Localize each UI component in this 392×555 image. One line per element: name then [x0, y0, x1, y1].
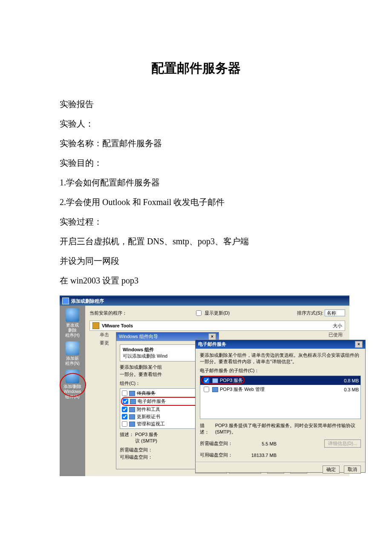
fax-checkbox[interactable]	[122, 390, 127, 396]
program-list-item[interactable]: VMware Tools 大小	[89, 321, 345, 331]
service-icon	[130, 399, 136, 404]
para-goal1: 1.学会如何配置邮件服务器	[60, 173, 332, 192]
para-person: 实验人：	[60, 114, 332, 133]
pop3-service-row[interactable]: POP3 服务 0.8 MB	[200, 376, 360, 385]
comp-fax: 传真服务	[137, 390, 156, 396]
email-checkbox[interactable]	[123, 399, 128, 404]
avail-space-value: 18133.7 MB	[238, 453, 277, 458]
comp-email: 电子邮件服务	[138, 398, 166, 405]
para-goal: 实验目的：	[60, 153, 332, 173]
pop3-web-row[interactable]: POP3 服务 Web 管理 0.3 MB	[200, 385, 360, 394]
sb-label: 程序(N)	[61, 361, 84, 366]
mgmt-checkbox[interactable]	[122, 421, 127, 427]
sb-label: 添加新	[61, 356, 84, 361]
pop3-label: POP3 服务	[220, 377, 243, 384]
sb-label: 更改或	[61, 323, 84, 328]
dialog-email-services: 电子邮件服务 × 要添加或删除某个组件，请单击旁边的复选框。灰色框表示只会安装该…	[195, 340, 366, 473]
sb-label: 程序(H)	[61, 333, 84, 338]
size-header: 大小	[333, 323, 342, 329]
service-icon	[212, 387, 218, 392]
show-updates-input[interactable]	[196, 310, 202, 316]
sb-label: 删除	[61, 328, 84, 333]
add-new-icon	[66, 341, 79, 355]
sb-label: 添加/删除	[61, 384, 84, 389]
window-title: 添加或删除程序	[71, 298, 104, 304]
window-titlebar: 添加或删除程序	[60, 296, 349, 306]
windows-components-icon	[66, 370, 79, 383]
wizard1-title: Windows 组件向导	[119, 333, 158, 340]
show-updates-checkbox[interactable]: 显示更新(D)	[194, 309, 230, 317]
sort-select[interactable]: 名称	[325, 309, 345, 316]
acc-checkbox[interactable]	[122, 407, 127, 412]
subcomponents-list[interactable]: POP3 服务 0.8 MB POP3 服务 Web 管理 0.3 MB	[200, 376, 361, 419]
service-icon	[212, 378, 218, 383]
program-icon	[92, 322, 99, 329]
avail-space-label: 可用磁盘空间：	[200, 452, 238, 458]
screenshot: 添加或删除程序 更改或 删除 程序(H) 添加新 程序(N)	[60, 295, 349, 476]
cert-checkbox[interactable]	[122, 414, 127, 419]
desc-label: 描述：	[200, 422, 213, 435]
pop3-checkbox[interactable]	[204, 378, 209, 383]
req-space-value: 5.5 MB	[238, 441, 277, 446]
used-header: 已使用	[329, 332, 343, 338]
sidebar-change-remove[interactable]: 更改或 删除 程序(H)	[61, 308, 84, 338]
pop3-web-label: POP3 服务 Web 管理	[220, 386, 265, 393]
sidebar-add-new[interactable]: 添加新 程序(N)	[61, 341, 84, 366]
close-icon[interactable]: ×	[355, 341, 363, 348]
service-icon	[129, 391, 135, 396]
sidebar: 更改或 删除 程序(H) 添加新 程序(N) 添加/删除 Windows 组件(…	[60, 306, 85, 476]
req-space-label: 所需磁盘空间：	[200, 440, 238, 447]
comp-rootcert: 更新根证书	[137, 413, 160, 420]
para-goal2: 2.学会使用 Outlook 和 Foxmail 收发电子邮件	[60, 192, 332, 212]
sub-line: 单击	[100, 332, 109, 338]
details-button[interactable]: 详细信息(D)...	[324, 439, 361, 448]
ok-button[interactable]: 确定	[323, 465, 340, 474]
para-process: 实验过程：	[60, 212, 332, 231]
pop3-web-checkbox[interactable]	[204, 387, 209, 392]
para-step1: 开启三台虚拟机，配置 DNS、smtp、pop3、客户端	[60, 231, 332, 251]
close-icon[interactable]: ×	[208, 333, 216, 340]
show-updates-label: 显示更新(D)	[205, 310, 230, 316]
cancel-button[interactable]: 取消	[344, 465, 361, 474]
para-step2: 并设为同一网段	[60, 251, 332, 271]
change-remove-icon	[66, 308, 79, 322]
doc-title: 配置邮件服务器	[60, 60, 332, 77]
pop3-size: 0.8 MB	[344, 378, 359, 383]
comp-accessories: 附件和工具	[137, 406, 160, 413]
pop3-web-size: 0.3 MB	[344, 387, 359, 392]
sidebar-add-remove-windows[interactable]: 添加/删除 Windows 组件(A)	[61, 370, 84, 399]
subcomponents-label: 电子邮件服务 的子组件(C)：	[200, 367, 361, 374]
desc-label: 描述：	[120, 432, 134, 437]
sub-line: 要更	[100, 340, 109, 346]
para-step3: 在 win2003 设置 pop3	[60, 271, 332, 290]
installed-label: 当前安装的程序：	[89, 310, 127, 316]
para-report: 实验报告	[60, 94, 332, 114]
wizard2-intro: 要添加或删除某个组件，请单击旁边的复选框。灰色框表示只会安装该组件的一部分。要查…	[200, 352, 361, 365]
desc-text: POP3 服务	[135, 432, 158, 437]
service-icon	[129, 422, 135, 427]
sort-label: 排序方式(S):	[297, 310, 323, 315]
desc-text: POP3 服务提供了电子邮件检索服务。同时会安装简单邮件传输协议 (SMTP)。	[215, 422, 361, 435]
app-icon	[62, 298, 69, 304]
main-pane: 当前安装的程序： 显示更新(D) 排序方式(S): 名称 VMware Tool…	[85, 306, 349, 476]
sb-label: Windows	[61, 389, 84, 394]
service-icon	[129, 407, 135, 412]
comp-mgmt: 管理和监视工	[137, 421, 165, 427]
para-name: 实验名称：配置邮件服务器	[60, 133, 332, 153]
sb-label: 组件(A)	[61, 394, 84, 399]
program-name: VMware Tools	[102, 323, 133, 328]
service-icon	[129, 414, 135, 419]
wizard2-title: 电子邮件服务	[198, 341, 226, 348]
